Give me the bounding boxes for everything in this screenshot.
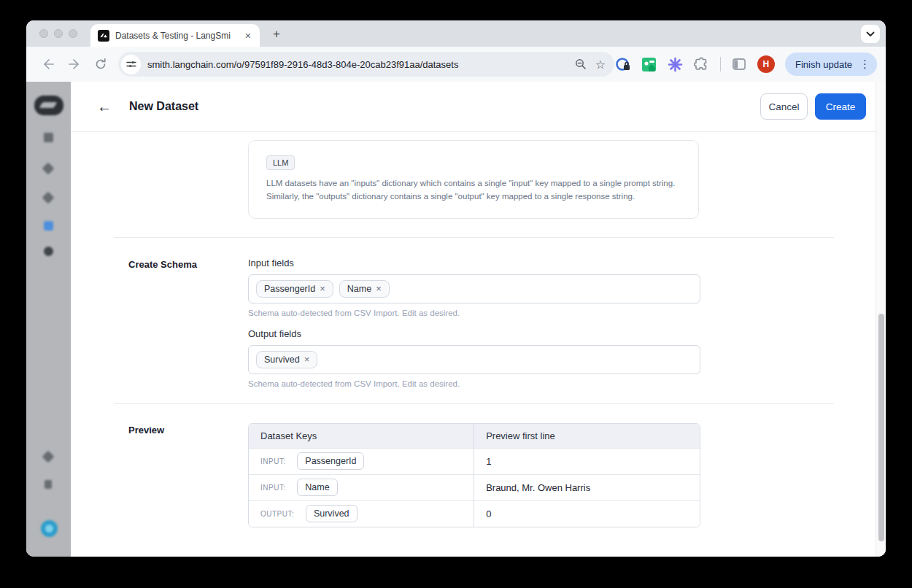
minimize-window-button[interactable] <box>54 29 63 38</box>
row-key-chip: PassengerId <box>297 452 364 470</box>
preview-label: Preview <box>114 423 248 527</box>
row-key-chip: Name <box>297 479 337 496</box>
page-header: ← New Dataset Cancel Create <box>71 82 876 132</box>
tab-strip: Datasets & Testing - LangSmi × + <box>26 20 886 47</box>
reload-icon <box>94 58 107 71</box>
screenshot-extension-icon[interactable] <box>641 56 657 72</box>
input-fields-input[interactable]: PassengerId × Name × <box>248 274 700 303</box>
app-sidebar-dimmed <box>26 82 71 557</box>
zoom-out-icon <box>575 58 587 70</box>
create-schema-label: Create Schema <box>114 258 248 388</box>
finish-update-button[interactable]: Finish update ⋮ <box>785 53 877 76</box>
table-row: OUTPUT: Survived 0 <box>249 500 700 527</box>
side-panel-button[interactable] <box>731 56 747 72</box>
tab-title: Datasets & Testing - LangSmi <box>115 31 238 41</box>
new-tab-button[interactable]: + <box>268 26 285 42</box>
remove-chip-icon[interactable]: × <box>320 284 325 293</box>
finish-update-label: Finish update <box>795 59 852 70</box>
row-value: 1 <box>474 448 700 474</box>
intercom-chat-button[interactable] <box>41 520 58 537</box>
chevron-down-icon <box>866 31 875 37</box>
reload-button[interactable] <box>92 55 109 73</box>
new-dataset-panel: ← New Dataset Cancel Create LLM LLM data… <box>71 82 876 557</box>
input-helper-text: Schema auto-detected from CSV Import. Ed… <box>248 309 700 317</box>
sidebar-projects-icon[interactable] <box>44 133 53 142</box>
row-kind-label: INPUT: <box>260 484 286 492</box>
chip-label: Survived <box>264 355 300 365</box>
col-preview-first-line: Preview first line <box>474 424 700 448</box>
address-bar[interactable]: smith.langchain.com/o/97591f89-2916-48d3… <box>118 52 614 77</box>
sidebar-docs-icon[interactable] <box>45 480 52 489</box>
llm-description: LLM datasets have an "inputs" dictionary… <box>266 177 679 204</box>
create-schema-section: Create Schema Input fields PassengerId ×… <box>114 238 834 388</box>
table-row: INPUT: PassengerId 1 <box>249 448 700 474</box>
dataset-type-llm-card[interactable]: LLM LLM datasets have an "inputs" dictio… <box>248 140 699 219</box>
password-manager-extension-icon[interactable] <box>615 56 631 72</box>
output-chip-survived[interactable]: Survived × <box>256 351 317 368</box>
page-scrollbar[interactable] <box>876 82 886 557</box>
sidebar-hub-icon[interactable] <box>42 192 55 204</box>
sidebar-annotations-icon[interactable] <box>42 163 55 175</box>
window-controls <box>39 29 77 38</box>
sidebar-api-keys-icon[interactable] <box>42 451 55 463</box>
langsmith-favicon-icon <box>98 30 109 42</box>
overflow-menu-icon[interactable]: ⋮ <box>857 58 873 71</box>
toolbar-divider <box>720 57 721 71</box>
chip-label: Name <box>347 284 371 294</box>
url-text[interactable]: smith.langchain.com/o/97591f89-2916-48d3… <box>147 59 566 70</box>
row-kind-label: INPUT: <box>260 457 286 465</box>
forward-arrow-icon <box>68 58 81 71</box>
preview-table: Dataset Keys Preview first line INPUT: P… <box>248 423 700 527</box>
forward-button[interactable] <box>66 55 83 73</box>
tab-datasets-testing[interactable]: Datasets & Testing - LangSmi × <box>90 24 260 47</box>
sidebar-deployments-icon[interactable] <box>44 247 53 256</box>
row-value: Braund, Mr. Owen Harris <box>474 474 700 500</box>
bookmark-star-icon[interactable]: ☆ <box>595 58 606 71</box>
page-title: New Dataset <box>129 100 198 113</box>
col-dataset-keys: Dataset Keys <box>249 424 474 448</box>
remove-chip-icon[interactable]: × <box>376 284 382 293</box>
input-chip-name[interactable]: Name × <box>339 280 390 298</box>
zoom-window-button[interactable] <box>69 29 77 38</box>
loom-extension-icon[interactable] <box>668 56 684 72</box>
cancel-button[interactable]: Cancel <box>760 93 808 120</box>
row-value: 0 <box>474 500 700 527</box>
row-key-chip: Survived <box>306 505 358 522</box>
toolbar-right-cluster: H Finish update ⋮ <box>615 53 877 76</box>
tab-close-icon[interactable]: × <box>242 30 254 42</box>
tab-search-chevron-button[interactable] <box>861 25 880 43</box>
scrollbar-thumb[interactable] <box>878 314 884 541</box>
input-chip-passengerid[interactable]: PassengerId × <box>256 280 333 298</box>
llm-badge: LLM <box>266 155 295 170</box>
preview-section: Preview Dataset Keys Preview first line <box>114 404 834 527</box>
table-row: INPUT: Name Braund, Mr. Owen Harris <box>249 474 700 500</box>
profile-avatar[interactable]: H <box>757 55 775 73</box>
langsmith-logo <box>34 96 63 115</box>
back-arrow-icon <box>42 58 55 71</box>
chip-label: PassengerId <box>264 284 315 294</box>
sidebar-datasets-icon-active[interactable] <box>44 221 53 231</box>
close-window-button[interactable] <box>39 29 48 38</box>
remove-chip-icon[interactable]: × <box>304 355 310 364</box>
browser-window: Datasets & Testing - LangSmi × + smith.l… <box>26 20 886 557</box>
input-fields-label: Input fields <box>248 258 700 268</box>
page-body: LLM LLM datasets have an "inputs" dictio… <box>71 132 876 556</box>
back-button[interactable] <box>39 55 57 73</box>
back-arrow-button[interactable]: ← <box>97 99 112 114</box>
row-kind-label: OUTPUT: <box>260 510 294 518</box>
output-helper-text: Schema auto-detected from CSV Import. Ed… <box>248 379 700 388</box>
extensions-puzzle-icon[interactable] <box>694 56 710 72</box>
site-settings-button[interactable] <box>121 55 141 74</box>
output-fields-label: Output fields <box>248 328 700 339</box>
create-button[interactable]: Create <box>815 93 866 120</box>
tune-icon <box>126 59 136 69</box>
browser-toolbar: smith.langchain.com/o/97591f89-2916-48d3… <box>26 47 886 82</box>
output-fields-input[interactable]: Survived × <box>248 345 700 374</box>
zoom-out-button[interactable] <box>575 58 587 70</box>
